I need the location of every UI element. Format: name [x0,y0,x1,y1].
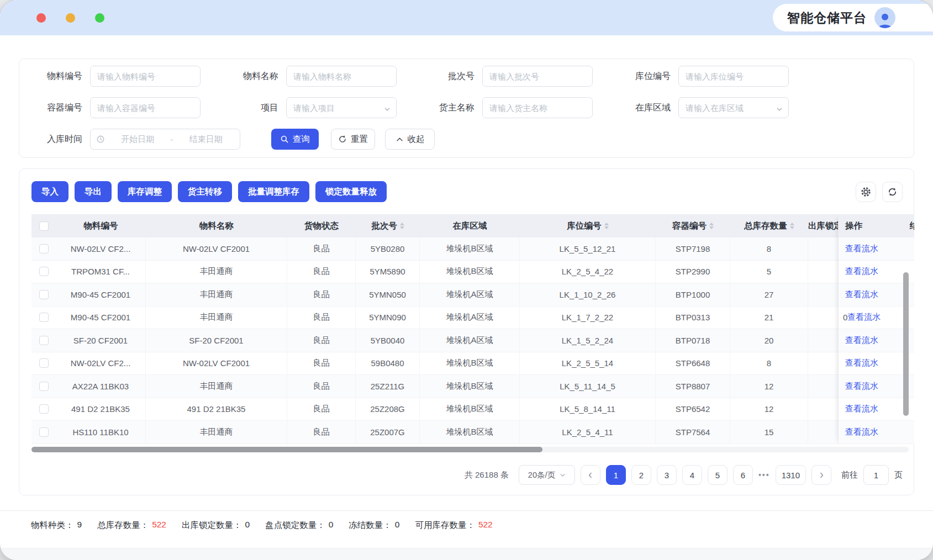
vertical-scrollbar-thumb[interactable] [903,272,909,416]
table-row: NW-02LV CF2...NW-02LV CF2001良品59B0480堆垛机… [31,352,914,376]
row-checkbox[interactable] [39,404,49,414]
row-checkbox[interactable] [39,336,49,345]
table-row: AX22A 11BK03丰田通商良品25Z211G堆垛机B区域LK_5_11_1… [31,375,914,398]
row-checkbox[interactable] [39,382,49,391]
search-field-batch-no: 批次号 [424,66,620,87]
cell-area: 堆垛机B区域 [420,352,520,375]
toolbar-button-adjust-inventory[interactable]: 库存调整 [118,181,172,202]
brand-pill: 智能仓储平台 [773,4,933,31]
select-all-checkbox[interactable] [39,221,49,231]
search-input-material-name[interactable] [287,66,396,86]
row-checkbox[interactable] [39,267,49,276]
cell-container_code: STP7198 [656,237,730,261]
cell-material_name: 丰田通商 [146,306,287,329]
search-input-location-code[interactable] [679,66,788,86]
cell-area: 堆垛机A区域 [420,329,520,352]
last-page-button[interactable]: 1310 [776,465,806,485]
toolbar-button-import[interactable]: 导入 [31,181,68,202]
search-input-batch-no[interactable] [483,66,592,86]
reset-button-label: 重置 [351,134,368,145]
row-checkbox[interactable] [39,244,49,253]
cell-batch_no: 5YB0280 [356,237,420,261]
chevron-left-icon [587,472,594,479]
sort-desc-icon[interactable] [604,226,609,229]
search-input-project[interactable] [287,98,396,118]
row-select-cell [31,260,56,283]
view-flow-link[interactable]: 查看流水 [847,312,881,323]
refresh-table-button[interactable] [882,182,903,202]
view-flow-link[interactable]: 查看流水 [845,289,878,300]
page-button-1[interactable]: 1 [606,465,626,485]
table-row: TRPOM31 CF...丰田通商良品5YM5890堆垛机B区域LK_2_5_4… [31,261,914,284]
sort-asc-icon[interactable] [604,223,609,225]
chevron-right-icon [818,472,825,479]
more-pages-ellipsis[interactable]: ••• [758,471,770,479]
search-input-storage-area[interactable] [679,98,788,118]
view-flow-link[interactable]: 查看流水 [845,404,878,414]
gear-icon [860,186,872,198]
search-input-container-code[interactable] [91,98,200,118]
reset-button[interactable]: 重置 [331,129,375,150]
collapse-button[interactable]: 收起 [385,129,435,150]
clipped-column-text: 结 [910,214,914,237]
sort-carets-icon[interactable] [790,223,794,229]
column-header-total_qty[interactable]: 总库存数量 [730,214,808,237]
row-checkbox[interactable] [39,313,49,322]
cell-location_code: LK_1_5_2_24 [520,329,656,352]
page-button-5[interactable]: 5 [708,465,728,485]
row-select-cell [31,398,56,421]
search-input-owner-name[interactable] [483,98,592,118]
view-flow-link[interactable]: 查看流水 [845,381,878,392]
view-flow-link[interactable]: 查看流水 [845,244,878,254]
date-range-input[interactable]: 开始日期 - 结束日期 [90,129,240,150]
page-button-2[interactable]: 2 [631,465,651,485]
row-select-cell [31,375,56,398]
sort-desc-icon[interactable] [790,226,794,229]
search-input-material-code[interactable] [91,66,200,86]
horizontal-scrollbar-thumb[interactable] [31,447,542,452]
window-zoom-button[interactable] [95,13,104,23]
view-flow-link[interactable]: 查看流水 [845,266,878,277]
page-button-3[interactable]: 3 [657,465,677,485]
row-checkbox[interactable] [39,427,49,437]
view-flow-link[interactable]: 查看流水 [845,427,878,437]
sort-desc-icon[interactable] [709,226,714,229]
query-button[interactable]: 查询 [271,129,319,150]
page-buttons: 123456 [606,465,753,485]
sort-carets-icon[interactable] [709,223,714,229]
sort-carets-icon[interactable] [400,223,404,229]
page-button-4[interactable]: 4 [682,465,702,485]
view-flow-link[interactable]: 查看流水 [845,358,878,368]
column-header-container_code[interactable]: 容器编号 [656,214,730,237]
actions-cell: 查看流水 [839,283,909,307]
sort-asc-icon[interactable] [400,223,404,225]
sort-desc-icon[interactable] [400,226,404,229]
prev-page-button[interactable] [581,465,600,485]
window-minimize-button[interactable] [66,13,75,23]
settings-button[interactable] [856,182,876,202]
sort-asc-icon[interactable] [709,223,714,225]
page-size-select[interactable]: 20条/页 [519,465,575,485]
sort-asc-icon[interactable] [790,223,794,225]
sort-carets-icon[interactable] [604,223,609,229]
user-avatar[interactable] [874,7,895,28]
search-field-inbound-time: 入库时间 开始日期 - 结束日期 [31,129,240,150]
goto-page-input[interactable] [864,466,888,484]
toolbar-icon-buttons [856,182,903,202]
column-header-batch_no[interactable]: 批次号 [356,214,420,237]
toolbar-button-batch-adjust-inventory[interactable]: 批量调整库存 [238,181,309,202]
row-checkbox[interactable] [39,290,49,299]
page-button-6[interactable]: 6 [733,465,753,485]
toolbar-button-owner-transfer[interactable]: 货主转移 [178,181,232,202]
app-title: 智能仓储平台 [787,9,867,27]
view-flow-link[interactable]: 查看流水 [845,335,878,346]
search-fields-grid: 物料编号物料名称批次号库位编号容器编号项目货主名称在库区域 [31,66,914,118]
toolbar-button-release-locked-qty[interactable]: 锁定数量释放 [315,181,387,202]
toolbar-button-export[interactable]: 导出 [75,181,112,202]
cell-area: 堆垛机B区域 [420,421,520,444]
next-page-button[interactable] [811,465,831,485]
column-header-location_code[interactable]: 库位编号 [520,214,656,237]
window-close-button[interactable] [36,13,46,23]
table-row: SF-20 CF2001SF-20 CF2001良品5YB0040堆垛机A区域L… [31,329,914,352]
row-checkbox[interactable] [39,358,49,368]
